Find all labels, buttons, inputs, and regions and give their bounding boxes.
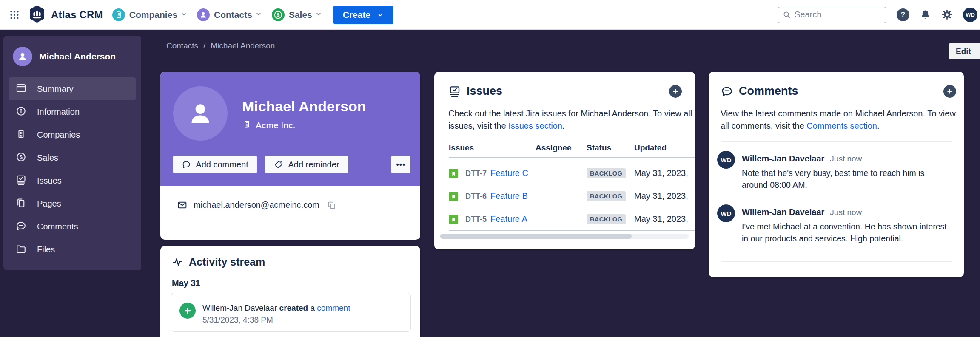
contact-profile-card: Michael Anderson Acme Inc. Add comment A… bbox=[160, 72, 420, 240]
add-reminder-button[interactable]: Add reminder bbox=[265, 156, 348, 173]
chevron-down-icon bbox=[255, 10, 262, 20]
story-type-icon bbox=[449, 192, 458, 201]
sidebar-item-information[interactable]: Information bbox=[9, 100, 136, 123]
comment-time: Just now bbox=[830, 154, 862, 164]
breadcrumb-separator: / bbox=[203, 41, 205, 51]
comment-text: I've met Michael at a convention. He has… bbox=[742, 221, 949, 244]
issues-title-row: Issues bbox=[448, 85, 502, 98]
add-comment-button[interactable]: Add comment bbox=[173, 156, 257, 173]
sidebar-contact-header: Michael Anderson bbox=[3, 47, 141, 66]
comment-author: Willem-Jan Davelaar bbox=[742, 207, 824, 217]
issue-updated: May 31, 2023, bbox=[634, 214, 688, 224]
horizontal-scrollbar-track[interactable] bbox=[440, 234, 689, 239]
comment-bubble-icon bbox=[15, 220, 27, 233]
issues-icon bbox=[448, 85, 461, 98]
sidebar-item-summary[interactable]: Summary bbox=[9, 77, 136, 100]
issue-key: DTT-7 bbox=[465, 169, 487, 178]
nav-item-label: Sales bbox=[289, 10, 312, 20]
app-switcher-icon[interactable] bbox=[9, 10, 20, 20]
add-issue-button[interactable] bbox=[669, 85, 682, 98]
nav-item-companies[interactable]: Companies bbox=[112, 8, 188, 21]
email-row: michael.anderson@acmeinc.com bbox=[177, 200, 336, 210]
commenter-avatar: WD bbox=[717, 204, 735, 222]
column-header-status: Status bbox=[587, 143, 611, 153]
issues-table-header: Issues Assignee Status Updated bbox=[434, 143, 695, 155]
create-button[interactable]: Create bbox=[333, 6, 393, 24]
sidebar-item-label: Summary bbox=[37, 84, 74, 94]
breadcrumb-current-page: Michael Anderson bbox=[211, 41, 275, 51]
sidebar-item-label: Pages bbox=[37, 199, 61, 209]
issue-updated: May 31, 2023, bbox=[634, 191, 688, 201]
comments-description-period: . bbox=[877, 121, 880, 130]
column-header-updated: Updated bbox=[634, 143, 667, 153]
user-avatar[interactable]: WD bbox=[963, 8, 977, 22]
nav-item-contacts[interactable]: Contacts bbox=[197, 8, 262, 21]
activity-event: Willem-Jan Davelaar created a comment 5/… bbox=[171, 293, 411, 332]
activity-timestamp: 5/31/2023, 4:38 PM bbox=[202, 315, 273, 325]
atlas-crm-app: Atlas CRM Companies Contacts Sales Creat… bbox=[0, 0, 980, 337]
nav-item-sales[interactable]: Sales bbox=[272, 8, 322, 21]
sidebar-item-sales[interactable]: Sales bbox=[9, 146, 136, 169]
issue-summary-link[interactable]: Feature C bbox=[490, 168, 528, 178]
issues-title: Issues bbox=[467, 85, 502, 98]
sidebar-item-label: Information bbox=[37, 107, 80, 117]
sidebar-item-label: Comments bbox=[37, 222, 78, 232]
issue-row: DTT-6 Feature B BACKLOG May 31, 2023, bbox=[434, 185, 695, 208]
activity-date-group: May 31 bbox=[172, 278, 200, 288]
comments-title-row: Comments bbox=[721, 85, 798, 98]
issue-summary-link[interactable]: Feature A bbox=[490, 214, 527, 224]
activity-comment-link[interactable]: comment bbox=[317, 303, 350, 312]
sidebar-item-label: Sales bbox=[37, 153, 58, 163]
companies-icon bbox=[112, 8, 125, 21]
issue-summary-link[interactable]: Feature B bbox=[490, 191, 528, 201]
nav-item-label: Companies bbox=[129, 10, 177, 20]
sidebar-item-label: Companies bbox=[37, 130, 80, 140]
issues-description-period: . bbox=[562, 121, 565, 130]
dollar-icon bbox=[15, 151, 27, 164]
add-comment-plus-button[interactable] bbox=[943, 85, 956, 98]
comment-bubble-icon bbox=[721, 85, 733, 98]
issue-updated: May 31, 2023, bbox=[634, 168, 688, 178]
brand-name: Atlas CRM bbox=[51, 9, 103, 21]
copy-email-icon[interactable] bbox=[327, 201, 336, 210]
building-icon bbox=[242, 119, 252, 131]
sidebar-menu: Summary Information Companies Sales Issu… bbox=[3, 77, 141, 261]
notifications-bell-icon[interactable] bbox=[920, 9, 931, 20]
search-box bbox=[778, 7, 886, 23]
column-header-issues: Issues bbox=[449, 143, 474, 153]
sidebar-item-companies[interactable]: Companies bbox=[9, 123, 136, 146]
atlas-crm-logo-icon bbox=[28, 5, 46, 25]
issue-row: DTT-5 Feature A BACKLOG May 31, 2023, bbox=[434, 208, 695, 231]
sidebar-item-issues[interactable]: Issues bbox=[9, 169, 136, 192]
help-button[interactable]: ? bbox=[897, 8, 909, 21]
sidebar-contact-name: Michael Anderson bbox=[39, 51, 116, 62]
issue-key: DTT-6 bbox=[465, 192, 487, 201]
created-plus-icon bbox=[179, 303, 196, 319]
settings-gear-icon[interactable] bbox=[941, 9, 953, 20]
comment-text: Note that he's very busy, best time to r… bbox=[742, 167, 949, 191]
comments-description: View the latest comments made on Michael… bbox=[721, 108, 957, 132]
profile-name: Michael Anderson bbox=[242, 98, 366, 115]
activity-title: Activity stream bbox=[189, 256, 265, 268]
sidebar-item-label: Files bbox=[37, 245, 55, 255]
horizontal-scrollbar-thumb[interactable] bbox=[440, 234, 632, 239]
profile-header: Michael Anderson Acme Inc. Add comment A… bbox=[160, 72, 420, 186]
create-button-label: Create bbox=[343, 10, 370, 20]
search-input[interactable] bbox=[795, 10, 882, 20]
issues-section-link[interactable]: Issues section bbox=[508, 121, 562, 130]
edit-button[interactable]: Edit bbox=[949, 43, 980, 59]
status-badge: BACKLOG bbox=[587, 168, 626, 178]
breadcrumb: Contacts / Michael Anderson bbox=[166, 41, 275, 51]
sidebar-item-comments[interactable]: Comments bbox=[9, 215, 136, 238]
folder-icon bbox=[15, 243, 27, 256]
more-actions-button[interactable]: ••• bbox=[391, 156, 410, 173]
comments-section-link[interactable]: Comments section bbox=[806, 121, 877, 130]
breadcrumb-contacts-link[interactable]: Contacts bbox=[166, 41, 198, 51]
brand-logo[interactable]: Atlas CRM bbox=[28, 5, 103, 25]
activity-title-row: Activity stream bbox=[172, 256, 265, 268]
sidebar-item-files[interactable]: Files bbox=[9, 238, 136, 261]
comment-meta: Willem-Jan Davelaar Just now bbox=[742, 207, 862, 217]
comment-time: Just now bbox=[830, 208, 862, 217]
status-badge: BACKLOG bbox=[587, 191, 626, 201]
sidebar-item-pages[interactable]: Pages bbox=[9, 192, 136, 215]
